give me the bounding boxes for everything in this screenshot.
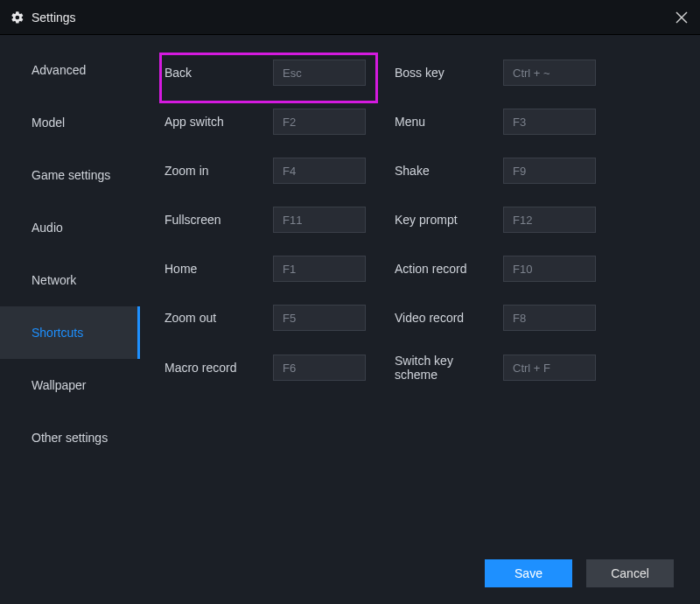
shortcut-label-fullscreen: Fullscreen [164,213,261,227]
shortcut-input-zoom-out[interactable] [273,305,366,331]
gear-icon [10,11,24,25]
shortcut-input-boss-key[interactable] [503,60,596,86]
sidebar-item-other-settings[interactable]: Other settings [0,411,140,464]
save-button[interactable]: Save [485,559,572,587]
shortcut-input-action-record[interactable] [503,256,596,282]
sidebar-item-model[interactable]: Model [0,96,140,149]
shortcut-label-boss-key: Boss key [395,66,491,80]
sidebar-item-label: Wallpaper [32,378,87,392]
shortcut-label-menu: Menu [395,115,491,129]
shortcut-input-zoom-in[interactable] [273,158,366,184]
sidebar-item-wallpaper[interactable]: Wallpaper [0,359,140,411]
sidebar-item-label: Model [32,116,65,130]
shortcut-label-app-switch: App switch [164,115,261,129]
sidebar-item-label: Network [32,273,76,287]
shortcut-input-menu[interactable] [503,109,596,135]
shortcut-label-zoom-out: Zoom out [164,311,261,325]
sidebar-item-label: Other settings [32,431,108,445]
shortcut-input-macro-record[interactable] [273,355,366,381]
shortcut-input-key-prompt[interactable] [503,207,596,233]
close-icon[interactable] [674,10,690,25]
shortcut-input-back[interactable] [273,60,366,86]
sidebar-item-network[interactable]: Network [0,254,140,306]
sidebar-item-game-settings[interactable]: Game settings [0,149,140,201]
shortcut-label-home: Home [164,262,261,276]
footer: Save Cancel [0,543,700,604]
sidebar-item-advanced[interactable]: Advanced [0,44,140,96]
shortcut-label-action-record: Action record [395,262,491,276]
shortcut-label-shake: Shake [395,164,491,178]
window-title: Settings [32,11,76,25]
shortcut-input-video-record[interactable] [503,305,596,331]
sidebar-item-shortcuts[interactable]: Shortcuts [0,306,140,359]
shortcut-label-key-prompt: Key prompt [395,213,491,227]
shortcut-input-app-switch[interactable] [273,109,366,135]
shortcut-input-fullscreen[interactable] [273,207,366,233]
sidebar: Advanced Model Game settings Audio Netwo… [0,35,140,543]
shortcut-input-home[interactable] [273,256,366,282]
titlebar: Settings [0,0,700,35]
sidebar-item-label: Advanced [32,63,86,77]
shortcut-label-video-record: Video record [395,311,491,325]
shortcut-label-zoom-in: Zoom in [164,164,261,178]
shortcuts-panel: Back Boss key App switch Menu Zoom in Sh… [140,35,617,399]
sidebar-item-label: Shortcuts [32,326,83,340]
shortcut-label-macro-record: Macro record [164,361,261,375]
shortcut-label-back: Back [164,66,261,80]
shortcut-input-shake[interactable] [503,158,596,184]
sidebar-item-label: Audio [32,221,63,235]
shortcut-label-switch-scheme: Switch key scheme [395,354,491,382]
sidebar-item-audio[interactable]: Audio [0,201,140,254]
shortcut-input-switch-scheme[interactable] [503,355,596,381]
cancel-button[interactable]: Cancel [586,559,674,587]
sidebar-item-label: Game settings [32,168,110,182]
